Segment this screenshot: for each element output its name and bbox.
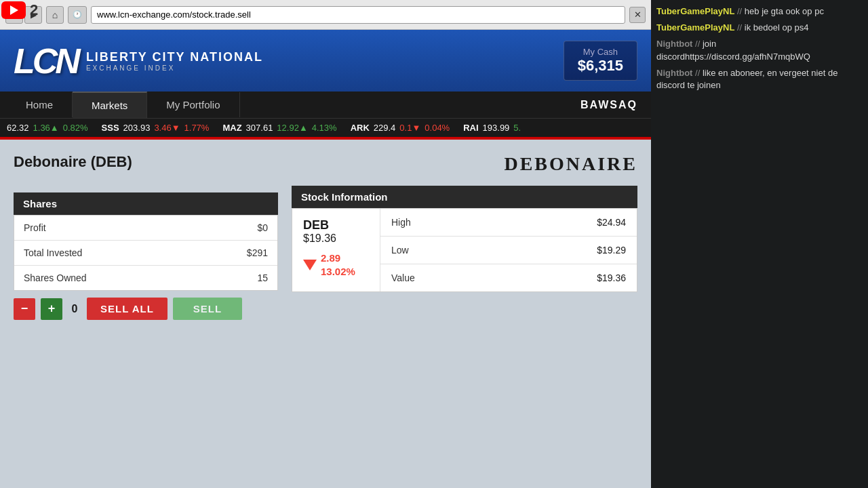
stock-info-header: Stock Information (292, 186, 637, 208)
my-cash-amount: $6,315 (578, 57, 623, 75)
stock-info-inner: DEB $19.36 2.89 13.02% (292, 209, 637, 291)
deb-col: DEB $19.36 2.89 13.02% (292, 209, 380, 291)
deb-symbol: DEB (303, 218, 369, 232)
chat-username-0: TuberGamePlayNL (656, 6, 734, 16)
main-content: Debonaire (DEB) Shares Profit $0 Total I… (0, 140, 651, 333)
stock-info-table: DEB $19.36 2.89 13.02% (292, 208, 637, 292)
chat-username-2: Nightbot (656, 39, 692, 49)
change-amount: 2.89 (321, 251, 355, 265)
low-value: $19.29 (597, 245, 626, 256)
ticker-item-0: 62.32 1.36▲ 0.82% (7, 123, 88, 133)
stock-title: Debonaire (DEB) (14, 153, 132, 171)
high-label: High (391, 217, 411, 228)
chat-msg-1: TuberGamePlayNL // ik bedoel op ps4 (656, 22, 863, 34)
ticker-item-1: SSS 203.93 3.46▼ 1.77% (102, 123, 210, 133)
youtube-icon (1, 1, 26, 19)
home-button[interactable]: ⌂ (46, 6, 64, 24)
chat-msg-0: TuberGamePlayNL // heb je gta ook op pc (656, 5, 863, 18)
bank-name: LIBERTY CITY NATIONAL (86, 50, 263, 64)
total-invested-label: Total Invested (24, 247, 82, 258)
lcn-logo: LCN LIBERTY CITY NATIONAL EXCHANGE INDEX (14, 43, 263, 79)
plus-button[interactable]: + (41, 298, 62, 320)
history-button[interactable]: 🕐 (68, 6, 87, 24)
total-invested-value: $291 (247, 247, 268, 258)
my-cash-label: My Cash (578, 47, 623, 57)
controls-bar: − + 0 SELL ALL SELL (14, 298, 278, 320)
nav-portfolio[interactable]: My Portfolio (147, 92, 239, 117)
total-invested-row: Total Invested $291 (14, 241, 277, 266)
browser-window: ◀ ▶ ⌂ 🕐 ✕ LCN LIBERTY CITY NATIONAL EXCH… (0, 0, 651, 488)
nav-markets[interactable]: Markets (73, 92, 147, 118)
chat-sidebar: TuberGamePlayNL // heb je gta ook op pc … (651, 0, 868, 488)
ticker-item-2: MAZ 307.61 12.92▲ 4.13% (222, 123, 336, 133)
stock-metrics-col: High $24.94 Low $19.29 Value $19.36 (380, 209, 637, 291)
value-label: Value (391, 272, 415, 283)
high-row: High $24.94 (380, 209, 637, 237)
address-bar[interactable] (91, 6, 625, 24)
chat-text-0: heb je gta ook op pc (745, 6, 824, 16)
ticker-bar: 62.32 1.36▲ 0.82% SSS 203.93 3.46▼ 1.77%… (0, 118, 651, 137)
chat-username-1: TuberGamePlayNL (656, 22, 734, 33)
debonaire-brand: DEBONAIRE (292, 153, 637, 175)
chat-msg-2: Nightbot // join discordhttps://discord.… (656, 38, 863, 62)
sell-button[interactable]: SELL (173, 298, 242, 320)
value-row: Value $19.36 (380, 264, 637, 291)
minus-button[interactable]: − (14, 298, 35, 320)
yt-number: 2 (30, 1, 38, 19)
lcn-header: LCN LIBERTY CITY NATIONAL EXCHANGE INDEX… (0, 30, 651, 92)
high-value: $24.94 (597, 217, 626, 228)
lcn-logo-text: LIBERTY CITY NATIONAL EXCHANGE INDEX (86, 50, 263, 72)
triangle-down-icon (303, 260, 317, 270)
profit-row: Profit $0 (14, 216, 277, 241)
browser-toolbar: ◀ ▶ ⌂ 🕐 ✕ (0, 0, 651, 30)
deb-price: $19.36 (303, 232, 369, 245)
chat-text-1: ik bedoel op ps4 (745, 22, 809, 33)
chat-msg-3: Nightbot // like en aboneer, en vergeet … (656, 67, 863, 92)
stock-info-panel: DEBONAIRE Stock Information DEB $19.36 (292, 153, 637, 320)
low-label: Low (391, 245, 409, 256)
lcn-logo-letters: LCN (14, 43, 78, 79)
quantity-display: 0 (68, 303, 81, 315)
profit-value: $0 (257, 222, 268, 233)
shares-owned-label: Shares Owned (24, 272, 87, 283)
shares-owned-value: 15 (257, 272, 268, 283)
change-values: 2.89 13.02% (321, 251, 355, 278)
page-content: LCN LIBERTY CITY NATIONAL EXCHANGE INDEX… (0, 30, 651, 488)
ticker-item-4: RAI 193.99 5. (463, 123, 521, 133)
sell-all-button[interactable]: SELL ALL (87, 298, 167, 320)
close-button[interactable]: ✕ (629, 7, 646, 23)
bank-subtitle: EXCHANGE INDEX (86, 64, 263, 72)
chat-messages: TuberGamePlayNL // heb je gta ook op pc … (651, 0, 868, 97)
my-cash-box: My Cash $6,315 (564, 41, 637, 81)
lcn-nav: Home Markets My Portfolio BAWSAQ (0, 92, 651, 118)
chat-username-3: Nightbot (656, 68, 692, 78)
shares-panel-header: Shares (14, 192, 278, 215)
nav-home[interactable]: Home (7, 92, 73, 117)
profit-label: Profit (24, 222, 46, 233)
deb-change: 2.89 13.02% (303, 251, 369, 278)
low-row: Low $19.29 (380, 237, 637, 264)
shares-owned-row: Shares Owned 15 (14, 266, 277, 290)
shares-panel: Debonaire (DEB) Shares Profit $0 Total I… (14, 153, 278, 320)
yt-overlay: 2 (1, 1, 38, 19)
change-pct: 13.02% (321, 265, 355, 279)
shares-table: Profit $0 Total Invested $291 Shares Own… (14, 215, 278, 291)
ticker-item-3: ARK 229.4 0.1▼ 0.04% (351, 123, 450, 133)
stock-header-row: Debonaire (DEB) (14, 153, 278, 182)
value-value: $19.36 (597, 272, 626, 283)
bawsaq-logo[interactable]: BAWSAQ (580, 99, 644, 111)
